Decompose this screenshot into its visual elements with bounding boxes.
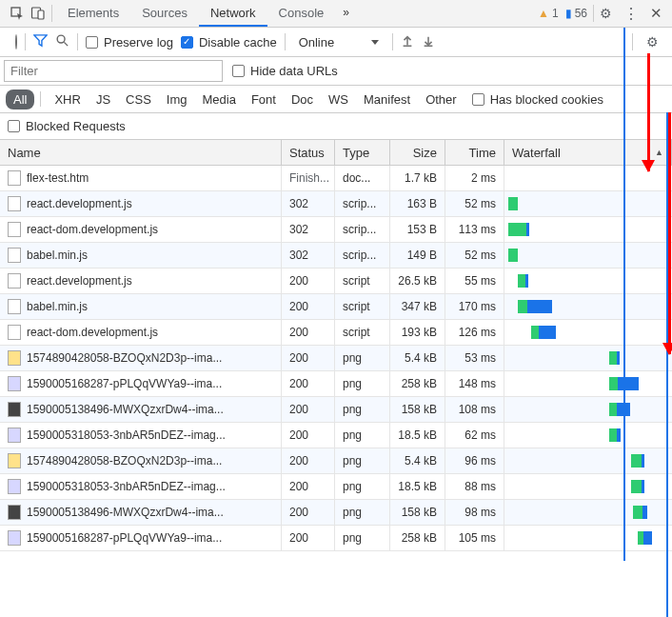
filter-type-doc[interactable]: Doc (284, 90, 321, 109)
settings-icon[interactable]: ⚙ (594, 6, 618, 21)
filter-type-css[interactable]: CSS (118, 90, 159, 109)
request-waterfall (504, 269, 672, 293)
col-time[interactable]: Time (445, 140, 504, 165)
throttling-select[interactable]: Online (293, 32, 385, 52)
tab-console[interactable]: Console (267, 0, 336, 27)
warnings-count: 1 (552, 7, 559, 20)
clear-button[interactable] (15, 35, 17, 49)
request-size: 193 kB (390, 320, 445, 345)
filter-type-font[interactable]: Font (244, 90, 284, 109)
table-row[interactable]: 1590005138496-MWXQzxrDw4--ima...200png15… (0, 500, 672, 526)
table-row[interactable]: babel.min.js302scrip...149 B52 ms (0, 243, 672, 269)
has-blocked-cookies-checkbox[interactable]: Has blocked cookies (472, 92, 603, 107)
request-type: png (335, 346, 390, 370)
request-name: 1590005168287-pPLQqVWYa9--ima... (27, 531, 222, 545)
kebab-menu-icon[interactable]: ⋮ (618, 5, 644, 23)
table-row[interactable]: 1590005318053-3nbAR5nDEZ--imag...200png1… (0, 423, 672, 448)
table-row[interactable]: flex-test.htmFinish...doc...1.7 kB2 ms (0, 166, 672, 191)
request-type: scrip... (335, 191, 390, 216)
table-row[interactable]: 1590005138496-MWXQzxrDw4--ima...200png15… (0, 397, 672, 423)
table-row[interactable]: 1590005168287-pPLQqVWYa9--ima...200png25… (0, 371, 672, 397)
request-waterfall (504, 243, 672, 268)
disable-cache-checkbox[interactable]: Disable cache (181, 35, 277, 50)
request-waterfall (504, 500, 672, 525)
request-status: 302 (282, 217, 335, 242)
request-status: Finish... (282, 166, 335, 190)
table-row[interactable]: react.development.js302scrip...163 B52 m… (0, 191, 672, 217)
network-toolbar: Preserve log Disable cache Online ⚙ (0, 28, 672, 57)
inspect-icon[interactable] (10, 6, 25, 21)
blocked-requests-label: Blocked Requests (26, 119, 126, 133)
search-icon[interactable] (55, 33, 69, 50)
request-size: 153 B (390, 217, 445, 242)
filter-type-xhr[interactable]: XHR (47, 90, 88, 109)
request-status: 200 (282, 526, 335, 550)
request-size: 258 kB (390, 371, 445, 396)
filter-type-img[interactable]: Img (159, 90, 195, 109)
request-size: 347 kB (390, 294, 445, 319)
throttling-value: Online (299, 35, 335, 50)
request-time: 113 ms (445, 217, 504, 242)
table-header: Name Status Type Size Time Waterfall (0, 140, 672, 166)
issues-counter[interactable]: ▲ 1 ▮ 56 (538, 7, 587, 20)
request-time: 170 ms (445, 294, 504, 319)
blocked-requests-checkbox[interactable]: Blocked Requests (8, 119, 126, 133)
device-toggle-icon[interactable] (30, 6, 46, 21)
filter-type-other[interactable]: Other (418, 90, 464, 109)
request-name: 1590005318053-3nbAR5nDEZ--imag... (27, 480, 226, 493)
col-size[interactable]: Size (390, 140, 445, 165)
request-name: react.development.js (27, 197, 132, 210)
request-status: 200 (282, 500, 335, 525)
request-name: react.development.js (27, 274, 132, 288)
request-name: flex-test.htm (27, 171, 89, 185)
tab-elements[interactable]: Elements (56, 0, 130, 27)
table-row[interactable]: react-dom.development.js302scrip...153 B… (0, 217, 672, 243)
table-row[interactable]: 1574890428058-BZOQxN2D3p--ima...200png5.… (0, 448, 672, 474)
request-type: png (335, 500, 390, 525)
file-icon (8, 170, 21, 186)
filter-type-ws[interactable]: WS (321, 90, 356, 109)
table-row[interactable]: 1590005318053-3nbAR5nDEZ--imag...200png1… (0, 474, 672, 500)
request-time: 98 ms (445, 500, 504, 525)
upload-har-icon[interactable] (401, 34, 414, 50)
preserve-log-checkbox[interactable]: Preserve log (86, 35, 173, 50)
table-row[interactable]: 1574890428058-BZOQxN2D3p--ima...200png5.… (0, 346, 672, 371)
request-name: babel.min.js (27, 300, 88, 313)
tab-sources[interactable]: Sources (130, 0, 199, 27)
request-waterfall (504, 191, 672, 216)
file-icon (8, 222, 21, 237)
file-icon (8, 376, 21, 391)
request-name: babel.min.js (27, 249, 88, 262)
tabs-overflow[interactable]: » (335, 0, 357, 27)
request-size: 158 kB (390, 397, 445, 422)
preserve-log-label: Preserve log (104, 35, 173, 50)
request-waterfall (504, 526, 672, 550)
close-icon[interactable]: ✕ (644, 5, 668, 22)
request-name: react-dom.development.js (27, 223, 158, 236)
col-name[interactable]: Name (0, 140, 282, 165)
filter-type-media[interactable]: Media (194, 90, 243, 109)
table-row[interactable]: react.development.js200script26.5 kB55 m… (0, 269, 672, 294)
network-settings-icon[interactable]: ⚙ (641, 34, 664, 50)
filter-type-js[interactable]: JS (89, 90, 118, 109)
request-status: 200 (282, 269, 335, 293)
col-type[interactable]: Type (335, 140, 390, 165)
table-row[interactable]: babel.min.js200script347 kB170 ms (0, 294, 672, 320)
table-row[interactable]: react-dom.development.js200script193 kB1… (0, 320, 672, 346)
filter-type-all[interactable]: All (6, 90, 34, 109)
hide-data-urls-checkbox[interactable]: Hide data URLs (232, 64, 338, 78)
filter-type-manifest[interactable]: Manifest (356, 90, 418, 109)
chevron-down-icon (371, 40, 379, 45)
col-status[interactable]: Status (282, 140, 335, 165)
filter-input[interactable] (4, 60, 223, 82)
download-har-icon[interactable] (422, 34, 435, 50)
request-type: scrip... (335, 217, 390, 242)
request-type: script (335, 294, 390, 319)
request-time: 105 ms (445, 526, 504, 550)
request-name: 1590005318053-3nbAR5nDEZ--imag... (27, 428, 226, 442)
filter-toggle-icon[interactable] (33, 33, 48, 50)
request-type: png (335, 423, 390, 448)
tab-network[interactable]: Network (199, 0, 267, 27)
table-row[interactable]: 1590005168287-pPLQqVWYa9--ima...200png25… (0, 526, 672, 551)
annotation-arrow-2 (668, 112, 671, 354)
